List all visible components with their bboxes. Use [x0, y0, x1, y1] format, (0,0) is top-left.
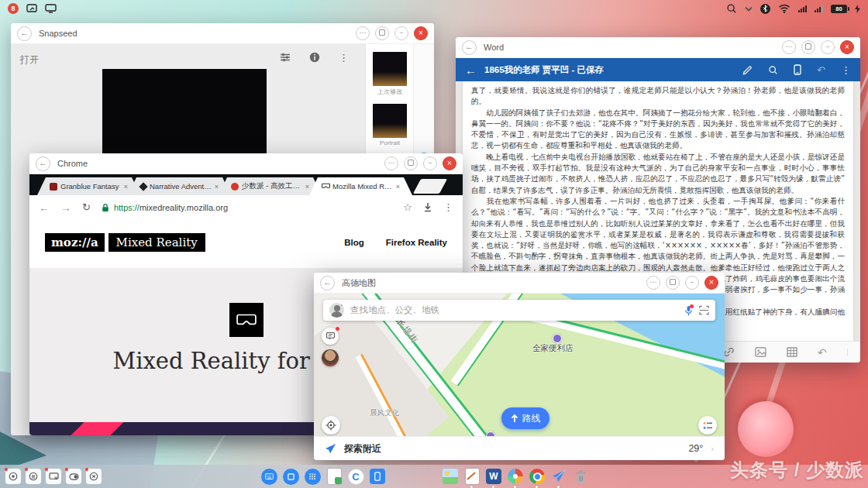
- snapseed-app-icon[interactable]: [507, 468, 524, 485]
- close-all-button[interactable]: [86, 469, 102, 484]
- tab-close-icon[interactable]: ×: [215, 183, 219, 191]
- route-button[interactable]: 路线: [501, 407, 549, 429]
- route-options-button[interactable]: [698, 416, 717, 435]
- doc-paragraph: 真了，就要矫情。我说这就是你们的错误了，谁规定老师只能是以小认大？孙涵泊！孙老师…: [471, 85, 845, 108]
- mode-toggle-button[interactable]: [66, 469, 81, 484]
- more-button[interactable]: ⋯: [356, 26, 370, 40]
- tab-narrative-adventure[interactable]: Narrative Adventure Stu ×: [128, 177, 231, 195]
- chevron-right-icon[interactable]: ›: [711, 444, 714, 453]
- notes-app-icon[interactable]: [463, 468, 480, 485]
- map-search-bar[interactable]: 查找地点、公交、地铁: [323, 300, 715, 321]
- back-button[interactable]: ←: [320, 276, 335, 290]
- overflow-menu-icon[interactable]: ⋮: [841, 64, 851, 76]
- map-bottom-bar[interactable]: 探索附近 29° ›: [314, 436, 725, 460]
- table-icon[interactable]: [787, 347, 797, 357]
- maximize-button[interactable]: [375, 26, 389, 40]
- find-icon[interactable]: [768, 65, 778, 75]
- look-thumbnail[interactable]: [373, 52, 407, 86]
- undo-icon[interactable]: ↶: [817, 64, 825, 76]
- back-button[interactable]: ←: [36, 156, 50, 171]
- link-icon[interactable]: [723, 347, 735, 357]
- tab-close-icon[interactable]: ×: [124, 183, 128, 191]
- record-button[interactable]: [5, 469, 21, 484]
- browser-back-icon[interactable]: ←: [39, 201, 50, 214]
- search-icon[interactable]: [726, 3, 737, 14]
- contact-avatar-button[interactable]: [322, 349, 339, 366]
- feed-bubble-button[interactable]: [322, 328, 339, 345]
- minimize-button[interactable]: −: [394, 26, 408, 40]
- new-tab-button[interactable]: [413, 179, 447, 194]
- maximize-button[interactable]: [666, 276, 680, 290]
- close-button[interactable]: ×: [443, 156, 456, 170]
- reload-icon[interactable]: ↻: [82, 201, 91, 213]
- more-button[interactable]: ⋯: [646, 276, 660, 290]
- map-poi-icon[interactable]: [553, 334, 562, 343]
- battery-icon[interactable]: 80: [831, 5, 847, 13]
- open-label[interactable]: 打开: [20, 53, 39, 67]
- url-field[interactable]: https://mixedreality.mozilla.org: [102, 203, 392, 212]
- amap-app-icon[interactable]: [550, 468, 567, 485]
- info-icon[interactable]: [309, 52, 320, 64]
- phone-app-icon[interactable]: [369, 468, 386, 485]
- map-label-family-mart[interactable]: 全家便利店: [532, 343, 574, 354]
- nav-link-firefox-reality[interactable]: Firefox Reality: [386, 238, 447, 247]
- browser-menu-icon[interactable]: ⋮: [443, 201, 453, 213]
- more-button[interactable]: ⋯: [384, 156, 398, 170]
- word-app-icon[interactable]: W: [485, 468, 502, 485]
- tab-granblue-fantasy[interactable]: Granblue Fantasy ×: [37, 177, 140, 195]
- map-canvas[interactable]: 长堤街 全家便利店 晨风文化 七仔便利店 蒸饭炖汤 查找地点、公交、地铁: [314, 294, 725, 437]
- scan-icon[interactable]: [699, 305, 709, 315]
- nav-link-blog[interactable]: Blog: [344, 238, 364, 247]
- minimize-button[interactable]: −: [685, 276, 699, 290]
- wifi-icon[interactable]: [778, 4, 790, 13]
- tune-icon[interactable]: [280, 52, 291, 64]
- notification-badge[interactable]: 8: [8, 3, 19, 14]
- keyboard-app-icon[interactable]: [260, 468, 277, 485]
- screenshot-icon[interactable]: [26, 4, 37, 13]
- mobile-view-icon[interactable]: [794, 64, 801, 75]
- close-button[interactable]: ×: [414, 26, 428, 40]
- menu-button[interactable]: [26, 469, 41, 484]
- app-drawer-icon[interactable]: [304, 468, 321, 485]
- back-button[interactable]: ←: [17, 26, 32, 41]
- minimize-button[interactable]: −: [821, 40, 835, 54]
- maximize-button[interactable]: [801, 40, 815, 54]
- voice-mic-icon[interactable]: [684, 305, 693, 316]
- undo-icon[interactable]: ↶: [818, 346, 827, 359]
- look-thumbnail[interactable]: [373, 104, 407, 138]
- cast-screen-button[interactable]: [46, 469, 61, 484]
- map-label-chenfeng[interactable]: 晨风文化: [370, 408, 399, 418]
- vr-goggles-icon: [229, 303, 264, 337]
- minimize-button[interactable]: −: [423, 156, 437, 170]
- chrome-app-icon[interactable]: [529, 468, 546, 485]
- bookmark-star-icon[interactable]: ☆: [403, 201, 412, 213]
- close-button[interactable]: ×: [704, 276, 718, 290]
- download-icon[interactable]: [423, 202, 432, 212]
- tab-sspai[interactable]: 少数派 - 高效工作，品 ×: [219, 177, 322, 195]
- mozilla-logo[interactable]: moz://a Mixed Reality: [45, 233, 205, 252]
- tab-close-icon[interactable]: ×: [396, 183, 400, 191]
- window-amap[interactable]: ← 高德地图 ⋯ − ×: [314, 273, 725, 460]
- browser-forward-icon[interactable]: →: [60, 201, 71, 214]
- tab-close-icon[interactable]: ×: [305, 183, 309, 191]
- maximize-button[interactable]: [404, 156, 418, 170]
- browser-app-icon[interactable]: C: [347, 468, 364, 485]
- collapse-toolbar-icon[interactable]: ▲: [847, 349, 860, 356]
- chevron-down-icon[interactable]: [745, 6, 753, 12]
- ink-pen-icon[interactable]: [742, 65, 753, 75]
- back-button[interactable]: ←: [462, 40, 477, 55]
- more-button[interactable]: ⋯: [782, 40, 796, 54]
- tab-mozilla-mixed-reality[interactable]: Mozilla Mixed Reality | H ×: [309, 177, 412, 195]
- doc-back-icon[interactable]: ←: [465, 64, 477, 77]
- close-button[interactable]: ×: [840, 40, 854, 54]
- file-manager-icon[interactable]: [326, 468, 343, 485]
- window-manager-icon[interactable]: [282, 468, 299, 485]
- gallery-app-icon[interactable]: [442, 468, 459, 485]
- overflow-menu-icon[interactable]: ⋮: [339, 52, 349, 64]
- profile-avatar[interactable]: [329, 303, 344, 318]
- bluetooth-icon[interactable]: [760, 4, 770, 14]
- display-icon[interactable]: [45, 4, 57, 13]
- image-icon[interactable]: [755, 347, 766, 357]
- locate-me-button[interactable]: [322, 416, 340, 435]
- trash-icon[interactable]: [572, 468, 589, 485]
